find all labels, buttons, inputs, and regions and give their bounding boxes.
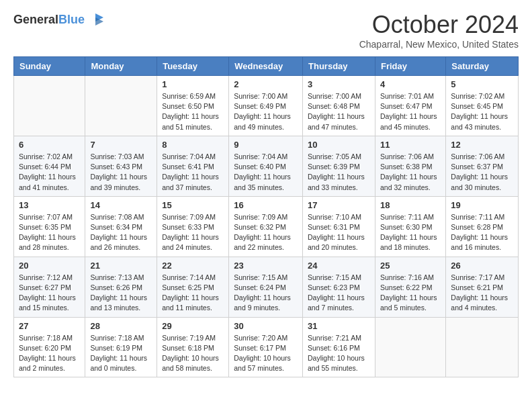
day-number: 24: [308, 261, 370, 271]
calendar-cell: 21Sunrise: 7:13 AMSunset: 6:26 PMDayligh…: [85, 257, 157, 317]
day-number: 7: [90, 140, 152, 150]
calendar-cell: 2Sunrise: 7:00 AMSunset: 6:49 PMDaylight…: [229, 76, 303, 136]
logo-text: GeneralBlue: [13, 13, 85, 27]
day-info: Sunrise: 7:05 AMSunset: 6:39 PMDaylight:…: [308, 152, 370, 193]
calendar-cell: 19Sunrise: 7:11 AMSunset: 6:28 PMDayligh…: [446, 196, 519, 257]
day-info: Sunrise: 7:03 AMSunset: 6:43 PMDaylight:…: [90, 152, 152, 193]
day-info: Sunrise: 6:59 AMSunset: 6:50 PMDaylight:…: [162, 91, 224, 132]
day-number: 5: [451, 79, 513, 89]
calendar-header-sunday: Sunday: [14, 57, 85, 76]
day-info: Sunrise: 7:17 AMSunset: 6:21 PMDaylight:…: [451, 273, 513, 314]
calendar-week-1: 1Sunrise: 6:59 AMSunset: 6:50 PMDaylight…: [14, 76, 519, 136]
title-block: October 2024 Chaparral, New Mexico, Unit…: [359, 11, 519, 50]
calendar-cell: 18Sunrise: 7:11 AMSunset: 6:30 PMDayligh…: [375, 196, 445, 257]
calendar-cell: 10Sunrise: 7:05 AMSunset: 6:39 PMDayligh…: [303, 136, 375, 196]
day-number: 13: [19, 200, 80, 210]
day-number: 14: [90, 200, 152, 210]
calendar-header-friday: Friday: [375, 57, 445, 76]
day-info: Sunrise: 7:09 AMSunset: 6:32 PMDaylight:…: [234, 212, 298, 253]
day-info: Sunrise: 7:15 AMSunset: 6:23 PMDaylight:…: [308, 273, 370, 314]
day-number: 1: [162, 79, 224, 89]
day-number: 9: [234, 140, 298, 150]
day-info: Sunrise: 7:06 AMSunset: 6:37 PMDaylight:…: [451, 152, 513, 193]
day-info: Sunrise: 7:02 AMSunset: 6:45 PMDaylight:…: [451, 91, 513, 132]
day-info: Sunrise: 7:01 AMSunset: 6:47 PMDaylight:…: [380, 91, 441, 132]
calendar-cell: 14Sunrise: 7:08 AMSunset: 6:34 PMDayligh…: [85, 196, 157, 257]
day-number: 30: [234, 321, 298, 331]
calendar-cell: 20Sunrise: 7:12 AMSunset: 6:27 PMDayligh…: [14, 257, 85, 317]
day-info: Sunrise: 7:18 AMSunset: 6:20 PMDaylight:…: [19, 333, 80, 374]
day-info: Sunrise: 7:02 AMSunset: 6:44 PMDaylight:…: [19, 152, 80, 193]
day-info: Sunrise: 7:18 AMSunset: 6:19 PMDaylight:…: [90, 333, 152, 374]
day-info: Sunrise: 7:07 AMSunset: 6:35 PMDaylight:…: [19, 212, 80, 253]
month-title: October 2024: [359, 11, 519, 39]
calendar-cell: 16Sunrise: 7:09 AMSunset: 6:32 PMDayligh…: [229, 196, 303, 257]
day-info: Sunrise: 7:11 AMSunset: 6:28 PMDaylight:…: [451, 212, 513, 253]
day-number: 19: [451, 200, 513, 210]
calendar-cell: 9Sunrise: 7:04 AMSunset: 6:40 PMDaylight…: [229, 136, 303, 196]
calendar-cell: [14, 76, 85, 136]
page: GeneralBlue October 2024 Chaparral, New …: [0, 0, 532, 391]
day-number: 3: [308, 79, 370, 89]
calendar-cell: 7Sunrise: 7:03 AMSunset: 6:43 PMDaylight…: [85, 136, 157, 196]
calendar-cell: 3Sunrise: 7:00 AMSunset: 6:48 PMDaylight…: [303, 76, 375, 136]
day-info: Sunrise: 7:11 AMSunset: 6:30 PMDaylight:…: [380, 212, 441, 253]
day-number: 26: [451, 261, 513, 271]
day-number: 4: [380, 79, 441, 89]
day-number: 21: [90, 261, 152, 271]
calendar-cell: 31Sunrise: 7:21 AMSunset: 6:16 PMDayligh…: [303, 317, 375, 377]
calendar-cell: 23Sunrise: 7:15 AMSunset: 6:24 PMDayligh…: [229, 257, 303, 317]
calendar-header-row: SundayMondayTuesdayWednesdayThursdayFrid…: [14, 57, 519, 76]
calendar-cell: 1Sunrise: 6:59 AMSunset: 6:50 PMDaylight…: [157, 76, 229, 136]
day-info: Sunrise: 7:10 AMSunset: 6:31 PMDaylight:…: [308, 212, 370, 253]
subtitle: Chaparral, New Mexico, United States: [359, 39, 519, 50]
day-info: Sunrise: 7:00 AMSunset: 6:48 PMDaylight:…: [308, 91, 370, 132]
calendar-cell: 5Sunrise: 7:02 AMSunset: 6:45 PMDaylight…: [446, 76, 519, 136]
day-info: Sunrise: 7:20 AMSunset: 6:17 PMDaylight:…: [234, 333, 298, 374]
day-info: Sunrise: 7:21 AMSunset: 6:16 PMDaylight:…: [308, 333, 370, 374]
day-number: 18: [380, 200, 441, 210]
header: GeneralBlue October 2024 Chaparral, New …: [13, 11, 519, 50]
calendar-cell: 29Sunrise: 7:19 AMSunset: 6:18 PMDayligh…: [157, 317, 229, 377]
day-info: Sunrise: 7:04 AMSunset: 6:40 PMDaylight:…: [234, 152, 298, 193]
day-number: 29: [162, 321, 224, 331]
calendar-cell: 24Sunrise: 7:15 AMSunset: 6:23 PMDayligh…: [303, 257, 375, 317]
day-number: 25: [380, 261, 441, 271]
day-info: Sunrise: 7:00 AMSunset: 6:49 PMDaylight:…: [234, 91, 298, 132]
calendar-cell: [446, 317, 519, 377]
day-number: 10: [308, 140, 370, 150]
logo: GeneralBlue: [13, 11, 105, 30]
day-info: Sunrise: 7:12 AMSunset: 6:27 PMDaylight:…: [19, 273, 80, 314]
day-number: 8: [162, 140, 224, 150]
day-number: 20: [19, 261, 80, 271]
calendar-week-3: 13Sunrise: 7:07 AMSunset: 6:35 PMDayligh…: [14, 196, 519, 257]
day-info: Sunrise: 7:14 AMSunset: 6:25 PMDaylight:…: [162, 273, 224, 314]
day-number: 16: [234, 200, 298, 210]
calendar-cell: 30Sunrise: 7:20 AMSunset: 6:17 PMDayligh…: [229, 317, 303, 377]
day-number: 27: [19, 321, 80, 331]
calendar-cell: 11Sunrise: 7:06 AMSunset: 6:38 PMDayligh…: [375, 136, 445, 196]
calendar-header-tuesday: Tuesday: [157, 57, 229, 76]
calendar-week-5: 27Sunrise: 7:18 AMSunset: 6:20 PMDayligh…: [14, 317, 519, 377]
day-number: 28: [90, 321, 152, 331]
calendar-cell: 25Sunrise: 7:16 AMSunset: 6:22 PMDayligh…: [375, 257, 445, 317]
day-info: Sunrise: 7:15 AMSunset: 6:24 PMDaylight:…: [234, 273, 298, 314]
day-number: 2: [234, 79, 298, 89]
day-number: 23: [234, 261, 298, 271]
day-number: 15: [162, 200, 224, 210]
calendar-header-wednesday: Wednesday: [229, 57, 303, 76]
calendar-cell: 8Sunrise: 7:04 AMSunset: 6:41 PMDaylight…: [157, 136, 229, 196]
day-info: Sunrise: 7:09 AMSunset: 6:33 PMDaylight:…: [162, 212, 224, 253]
calendar-cell: 4Sunrise: 7:01 AMSunset: 6:47 PMDaylight…: [375, 76, 445, 136]
calendar-cell: 12Sunrise: 7:06 AMSunset: 6:37 PMDayligh…: [446, 136, 519, 196]
calendar-header-thursday: Thursday: [303, 57, 375, 76]
day-number: 22: [162, 261, 224, 271]
calendar-header-saturday: Saturday: [446, 57, 519, 76]
day-number: 6: [19, 140, 80, 150]
calendar-week-4: 20Sunrise: 7:12 AMSunset: 6:27 PMDayligh…: [14, 257, 519, 317]
day-info: Sunrise: 7:08 AMSunset: 6:34 PMDaylight:…: [90, 212, 152, 253]
day-number: 17: [308, 200, 370, 210]
logo-icon: [86, 11, 105, 30]
day-info: Sunrise: 7:19 AMSunset: 6:18 PMDaylight:…: [162, 333, 224, 374]
day-info: Sunrise: 7:04 AMSunset: 6:41 PMDaylight:…: [162, 152, 224, 193]
